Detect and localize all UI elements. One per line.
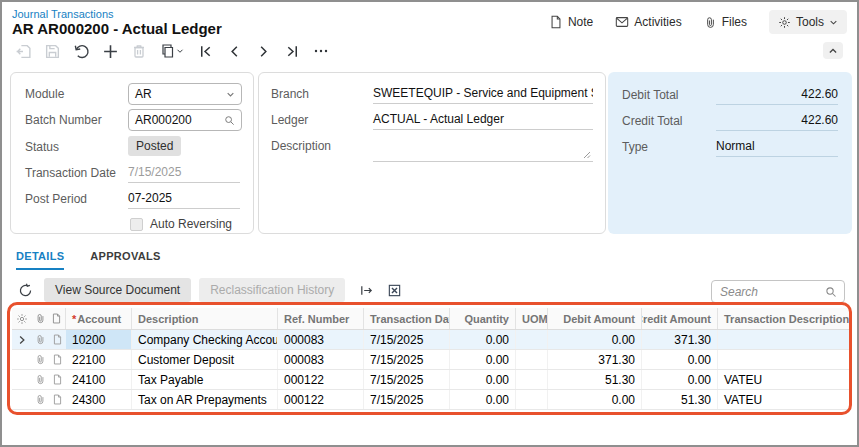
- copy-paste-button[interactable]: [159, 42, 185, 60]
- column-header-quantity[interactable]: Quantity: [450, 308, 516, 329]
- column-header-transaction-description[interactable]: Transaction Description: [718, 308, 851, 329]
- cell-credit-amount[interactable]: 0.00: [642, 350, 718, 369]
- cell-transaction-description[interactable]: [718, 330, 851, 349]
- table-row[interactable]: 22100 Customer Deposit 000083 7/15/2025 …: [12, 350, 851, 370]
- first-record-button[interactable]: [196, 42, 214, 60]
- cell-quantity[interactable]: 0.00: [450, 370, 516, 389]
- cell-uom[interactable]: [516, 370, 548, 389]
- ledger-field[interactable]: ACTUAL - Actual Ledger: [373, 108, 593, 130]
- note-button[interactable]: Note: [549, 15, 593, 29]
- undo-button[interactable]: [72, 42, 90, 60]
- search-input[interactable]: [712, 285, 825, 299]
- view-source-document-button[interactable]: View Source Document: [44, 278, 191, 302]
- cell-description[interactable]: Tax Payable: [132, 370, 278, 389]
- type-value: Normal: [716, 139, 755, 153]
- cell-transaction-description[interactable]: VATEU: [718, 390, 851, 409]
- last-record-button[interactable]: [283, 42, 301, 60]
- cell-account[interactable]: 10200: [66, 330, 132, 349]
- cell-quantity[interactable]: 0.00: [450, 330, 516, 349]
- search-icon[interactable]: [825, 286, 844, 298]
- cell-quantity[interactable]: 0.00: [450, 350, 516, 369]
- search-icon[interactable]: [224, 115, 235, 126]
- cell-ref-number[interactable]: 000083: [278, 350, 364, 369]
- cell-uom[interactable]: [516, 330, 548, 349]
- cell-debit-amount[interactable]: 0.00: [548, 390, 642, 409]
- cell-credit-amount[interactable]: 0.00: [642, 370, 718, 389]
- tab-approvals[interactable]: APPROVALS: [90, 250, 160, 270]
- cell-transaction-date[interactable]: 7/15/2025: [364, 370, 450, 389]
- next-record-button[interactable]: [254, 42, 272, 60]
- post-period-value: 07-2025: [128, 191, 172, 205]
- column-header-uom[interactable]: UOM: [516, 308, 548, 329]
- module-value: AR: [135, 87, 226, 101]
- cell-transaction-description[interactable]: VATEU: [718, 370, 851, 389]
- type-field[interactable]: Normal: [716, 135, 838, 157]
- cell-uom[interactable]: [516, 350, 548, 369]
- cell-quantity[interactable]: 0.00: [450, 390, 516, 409]
- cell-transaction-date[interactable]: 7/15/2025: [364, 390, 450, 409]
- breadcrumb[interactable]: Journal Transactions: [12, 8, 114, 20]
- cell-account[interactable]: 24300: [66, 390, 132, 409]
- branch-field[interactable]: SWEETEQUIP - Service and Equipment Sal..…: [373, 82, 593, 104]
- table-row[interactable]: 10200 Company Checking Account 000083 7/…: [12, 330, 851, 350]
- transaction-date-field[interactable]: 7/15/2025: [128, 161, 240, 183]
- cell-ref-number[interactable]: 000122: [278, 370, 364, 389]
- row-files-button[interactable]: [32, 350, 48, 369]
- cell-credit-amount[interactable]: 371.30: [642, 330, 718, 349]
- table-row[interactable]: 24300 Tax on AR Prepayments 000122 7/15/…: [12, 390, 851, 410]
- grid-settings-button[interactable]: [12, 308, 32, 329]
- column-header-transaction-date[interactable]: Transaction Date: [364, 308, 450, 329]
- description-textarea[interactable]: [373, 134, 593, 162]
- tools-button[interactable]: Tools: [769, 10, 847, 34]
- grid-header-row: *Account Description Ref. Number Transac…: [12, 308, 851, 330]
- tab-details[interactable]: DETAILS: [16, 250, 64, 270]
- cell-credit-amount[interactable]: 51.30: [642, 390, 718, 409]
- fit-width-button[interactable]: [355, 279, 377, 301]
- column-header-credit-amount[interactable]: Credit Amount: [642, 308, 718, 329]
- delete-button[interactable]: [130, 42, 148, 60]
- column-header-ref-number[interactable]: Ref. Number: [278, 308, 364, 329]
- paperclip-icon: [704, 16, 717, 29]
- cell-transaction-date[interactable]: 7/15/2025: [364, 350, 450, 369]
- column-header-description[interactable]: Description: [132, 308, 278, 329]
- cell-description[interactable]: Tax on AR Prepayments: [132, 390, 278, 409]
- row-files-button[interactable]: [32, 330, 48, 349]
- cell-account[interactable]: 22100: [66, 350, 132, 369]
- more-actions-button[interactable]: [312, 42, 330, 60]
- cell-transaction-description[interactable]: [718, 350, 851, 369]
- refresh-button[interactable]: [14, 279, 36, 301]
- row-files-button[interactable]: [32, 370, 48, 389]
- add-button[interactable]: [101, 42, 119, 60]
- resize-handle-icon[interactable]: [583, 151, 591, 159]
- cell-description[interactable]: Company Checking Account: [132, 330, 278, 349]
- cell-debit-amount[interactable]: 371.30: [548, 350, 642, 369]
- row-note-button[interactable]: [48, 370, 66, 389]
- cell-transaction-date[interactable]: 7/15/2025: [364, 330, 450, 349]
- cell-description[interactable]: Customer Deposit: [132, 350, 278, 369]
- batch-number-input[interactable]: AR000200: [128, 109, 242, 131]
- ledger-value: ACTUAL - Actual Ledger: [373, 112, 504, 126]
- column-header-debit-amount[interactable]: Debit Amount: [548, 308, 642, 329]
- table-row[interactable]: 24100 Tax Payable 000122 7/15/2025 0.00 …: [12, 370, 851, 390]
- save-button[interactable]: [43, 42, 61, 60]
- cell-account[interactable]: 24100: [66, 370, 132, 389]
- files-button[interactable]: Files: [704, 15, 747, 29]
- export-excel-button[interactable]: [383, 279, 405, 301]
- save-close-button[interactable]: [14, 42, 32, 60]
- post-period-field[interactable]: 07-2025: [128, 187, 240, 209]
- previous-record-button[interactable]: [225, 42, 243, 60]
- cell-ref-number[interactable]: 000122: [278, 390, 364, 409]
- collapse-form-button[interactable]: [823, 42, 843, 59]
- row-note-button[interactable]: [48, 390, 66, 409]
- activities-button[interactable]: Activities: [615, 15, 681, 29]
- cell-ref-number[interactable]: 000083: [278, 330, 364, 349]
- auto-reversing-checkbox[interactable]: [130, 218, 143, 231]
- row-note-button[interactable]: [48, 330, 66, 349]
- row-note-button[interactable]: [48, 350, 66, 369]
- module-select[interactable]: AR: [128, 83, 242, 105]
- cell-debit-amount[interactable]: 0.00: [548, 330, 642, 349]
- row-files-button[interactable]: [32, 390, 48, 409]
- cell-debit-amount[interactable]: 51.30: [548, 370, 642, 389]
- column-header-account[interactable]: *Account: [66, 308, 132, 329]
- cell-uom[interactable]: [516, 390, 548, 409]
